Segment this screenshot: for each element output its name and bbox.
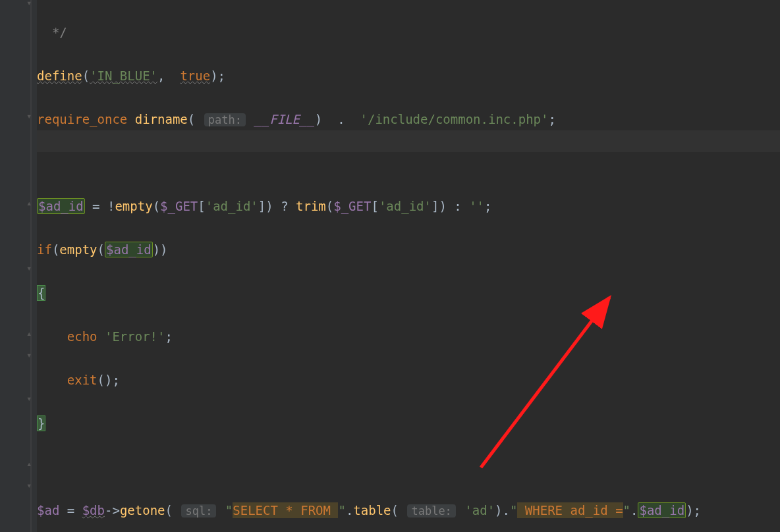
fold-handle-icon[interactable]: ▾: [26, 0, 37, 8]
string-ad-id: 'ad_id': [379, 199, 432, 213]
param-hint-path: path:: [204, 113, 246, 126]
fn-trim: trim: [296, 199, 326, 213]
fn-getone: getone: [120, 503, 165, 518]
brace-open: {: [37, 285, 45, 301]
param-hint-sql: sql:: [181, 504, 216, 518]
var-get: $_GET: [333, 199, 371, 213]
var-ad-id: $ad_id: [37, 198, 85, 214]
var-ad-id: $ad_id: [638, 502, 686, 518]
var-db: $db: [82, 503, 105, 518]
fold-handle-icon[interactable]: ▾: [26, 111, 37, 121]
fn-empty: empty: [115, 199, 152, 213]
fn-define: define: [37, 68, 82, 83]
code-content[interactable]: */ define('IN_BLUE', true); require_once…: [37, 0, 780, 532]
var-get: $_GET: [160, 199, 198, 213]
comment-close: */: [44, 25, 67, 40]
sql-select: SELECT * FROM: [233, 502, 338, 518]
kw-if: if: [37, 242, 52, 257]
fold-handle-icon[interactable]: ▾: [26, 263, 37, 273]
fold-handle-icon[interactable]: ▴: [26, 458, 37, 469]
const-file: __FILE__: [254, 112, 315, 126]
fold-handle-icon[interactable]: ▾: [26, 350, 37, 360]
fold-handle-icon[interactable]: ▴: [26, 198, 37, 208]
fn-dirname: dirname: [135, 112, 188, 126]
string-in-blue: 'IN_BLUE': [90, 68, 157, 83]
kw-require-once: require_once: [37, 112, 127, 126]
string-ad-id: 'ad_id': [206, 199, 258, 213]
string-error: 'Error!': [105, 329, 165, 344]
kw-echo: echo: [67, 329, 98, 344]
fn-table: table: [353, 503, 391, 518]
var-ad: $ad: [37, 503, 59, 518]
param-hint-table: table:: [407, 504, 455, 518]
brace-close: }: [37, 415, 45, 431]
fold-handle-icon[interactable]: ▴: [26, 328, 37, 338]
const-true: true: [180, 68, 210, 83]
string-include-path: '/include/common.inc.php': [360, 112, 549, 126]
fold-handle-icon[interactable]: ▾: [26, 480, 37, 491]
gutter: ▾ ▾ ▴ ▾ ▴ ▾ ▾ ▴ ▾: [0, 0, 37, 532]
fold-handle-icon[interactable]: ▾: [26, 393, 37, 404]
kw-exit: exit: [67, 373, 98, 387]
sql-where: WHERE ad_id =: [517, 502, 623, 518]
code-editor[interactable]: ▾ ▾ ▴ ▾ ▴ ▾ ▾ ▴ ▾ */ define('IN_BLUE', t…: [0, 0, 780, 532]
string-ad: 'ad': [464, 503, 495, 518]
fn-empty: empty: [59, 242, 97, 257]
var-ad-id: $ad_id: [105, 242, 153, 257]
